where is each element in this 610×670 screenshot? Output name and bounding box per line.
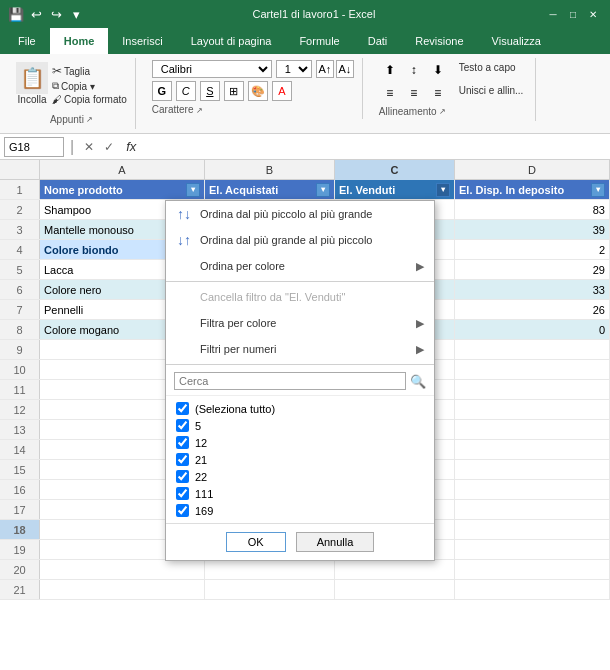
align-left-btn[interactable]: ≡ <box>379 83 401 103</box>
checkbox-val-22-input[interactable] <box>176 470 189 483</box>
row-num-13: 13 <box>0 420 40 439</box>
cancel-button[interactable]: Annulla <box>296 532 375 552</box>
font-size-select[interactable]: 11 <box>276 60 312 78</box>
align-middle-btn[interactable]: ↕ <box>403 60 425 80</box>
cell-reference-input[interactable] <box>4 137 64 157</box>
allineamento-expand-icon[interactable]: ↗ <box>439 107 446 116</box>
ribbon-group-allineamento: ⬆ ↕ ⬇ Testo a capo ≡ ≡ ≡ Unisci e allin.… <box>371 58 536 121</box>
cut-button[interactable]: ✂ Taglia <box>52 64 127 78</box>
filter-color-item[interactable]: Filtra per colore ▶ <box>166 310 434 336</box>
checkbox-val-22[interactable]: 22 <box>174 468 426 485</box>
minimize-btn[interactable]: ─ <box>544 6 562 22</box>
col-header-c[interactable]: C <box>335 160 455 180</box>
carattere-expand-icon[interactable]: ↗ <box>196 106 203 115</box>
filter-btn-b[interactable]: ▾ <box>316 183 330 197</box>
align-center-btn[interactable]: ≡ <box>403 83 425 103</box>
row-num-9: 9 <box>0 340 40 359</box>
tab-dati[interactable]: Dati <box>354 28 402 54</box>
ribbon-group-carattere: Calibri 11 A↑ A↓ G C S ⊞ 🎨 A Carattere ↗ <box>144 58 363 119</box>
bold-btn[interactable]: G <box>152 81 172 101</box>
checkbox-select-all-input[interactable] <box>176 402 189 415</box>
italic-btn[interactable]: C <box>176 81 196 101</box>
checkbox-val-169-input[interactable] <box>176 504 189 517</box>
tab-file[interactable]: File <box>4 28 50 54</box>
checkbox-val-21-input[interactable] <box>176 453 189 466</box>
cut-label: Taglia <box>64 66 90 77</box>
tab-formule[interactable]: Formule <box>285 28 353 54</box>
underline-btn[interactable]: S <box>200 81 220 101</box>
paste-button[interactable]: 📋 Incolla <box>16 62 48 105</box>
cell-2d[interactable]: 83 <box>455 200 610 219</box>
filter-btn-c[interactable]: ▾ <box>436 183 450 197</box>
tab-visualizza[interactable]: Visualizza <box>478 28 555 54</box>
checkbox-val-5[interactable]: 5 <box>174 417 426 434</box>
font-color-btn[interactable]: A <box>272 81 292 101</box>
appunti-expand-icon[interactable]: ↗ <box>86 115 93 124</box>
col-header-a[interactable]: A <box>40 160 205 180</box>
clipboard-small-btns: ✂ Taglia ⧉ Copia ▾ 🖌 Copia formato <box>52 64 127 105</box>
cell-4d[interactable]: 2 <box>455 240 610 259</box>
checkbox-val-111-input[interactable] <box>176 487 189 500</box>
align-top-btn[interactable]: ⬆ <box>379 60 401 80</box>
cell-8d[interactable]: 0 <box>455 320 610 339</box>
cell-7d[interactable]: 26 <box>455 300 610 319</box>
merge-btn[interactable]: Unisci e allin... <box>455 83 527 103</box>
font-name-select[interactable]: Calibri <box>152 60 272 78</box>
formula-confirm-icon[interactable]: ✓ <box>100 138 118 156</box>
cell-5d[interactable]: 29 <box>455 260 610 279</box>
redo-icon[interactable]: ↪ <box>48 6 64 22</box>
checkbox-val-111[interactable]: 111 <box>174 485 426 502</box>
filter-color-arrow: ▶ <box>416 317 424 330</box>
menu-icon[interactable]: ▾ <box>68 6 84 22</box>
filter-btn-d[interactable]: ▾ <box>591 183 605 197</box>
filter-btn-a[interactable]: ▾ <box>186 183 200 197</box>
format-copy-button[interactable]: 🖌 Copia formato <box>52 94 127 105</box>
checkbox-val-21[interactable]: 21 <box>174 451 426 468</box>
sort-color-item[interactable]: Ordina per colore ▶ <box>166 253 434 279</box>
row-num-5: 5 <box>0 260 40 279</box>
header-cell-c[interactable]: El. Venduti ▾ <box>335 180 455 199</box>
undo-icon[interactable]: ↩ <box>28 6 44 22</box>
filter-numbers-item[interactable]: Filtri per numeri ▶ <box>166 336 434 362</box>
clear-filter-item: Cancella filtro da "El. Venduti" <box>166 284 434 310</box>
header-cell-a[interactable]: Nome prodotto ▾ <box>40 180 205 199</box>
ok-button[interactable]: OK <box>226 532 286 552</box>
tab-layout[interactable]: Layout di pagina <box>177 28 286 54</box>
row-num-8: 8 <box>0 320 40 339</box>
formula-input[interactable] <box>144 141 606 153</box>
fill-color-btn[interactable]: 🎨 <box>248 81 268 101</box>
checkbox-val-12-input[interactable] <box>176 436 189 449</box>
checkbox-select-all[interactable]: (Seleziona tutto) <box>174 400 426 417</box>
row-num-20: 20 <box>0 560 40 579</box>
align-right-btn[interactable]: ≡ <box>427 83 449 103</box>
formula-fx-label: fx <box>126 139 136 154</box>
wrap-text-btn[interactable]: Testo a capo <box>455 60 520 80</box>
tab-revisione[interactable]: Revisione <box>401 28 477 54</box>
cell-6d[interactable]: 33 <box>455 280 610 299</box>
tab-home[interactable]: Home <box>50 28 109 54</box>
font-increase-btn[interactable]: A↑ <box>316 60 334 78</box>
maximize-btn[interactable]: □ <box>564 6 582 22</box>
search-icon[interactable]: 🔍 <box>410 374 426 389</box>
sort-desc-item[interactable]: ↓↑ Ordina dal più grande al più piccolo <box>166 227 434 253</box>
save-icon[interactable]: 💾 <box>8 6 24 22</box>
checkbox-val-12[interactable]: 12 <box>174 434 426 451</box>
sort-asc-item[interactable]: ↑↓ Ordina dal più piccolo al più grande <box>166 201 434 227</box>
copy-label: Copia ▾ <box>61 81 95 92</box>
col-header-d[interactable]: D <box>455 160 610 180</box>
row-num-6: 6 <box>0 280 40 299</box>
tab-inserisci[interactable]: Inserisci <box>108 28 176 54</box>
col-header-b[interactable]: B <box>205 160 335 180</box>
cell-3d[interactable]: 39 <box>455 220 610 239</box>
checkbox-val-169[interactable]: 169 <box>174 502 426 519</box>
copy-button[interactable]: ⧉ Copia ▾ <box>52 80 127 92</box>
align-bottom-btn[interactable]: ⬇ <box>427 60 449 80</box>
checkbox-val-5-input[interactable] <box>176 419 189 432</box>
header-cell-b[interactable]: El. Acquistati ▾ <box>205 180 335 199</box>
close-btn[interactable]: ✕ <box>584 6 602 22</box>
formula-cancel-icon[interactable]: ✕ <box>80 138 98 156</box>
filter-search-input[interactable] <box>174 372 406 390</box>
font-decrease-btn[interactable]: A↓ <box>336 60 354 78</box>
border-btn[interactable]: ⊞ <box>224 81 244 101</box>
header-cell-d[interactable]: El. Disp. In deposito ▾ <box>455 180 610 199</box>
